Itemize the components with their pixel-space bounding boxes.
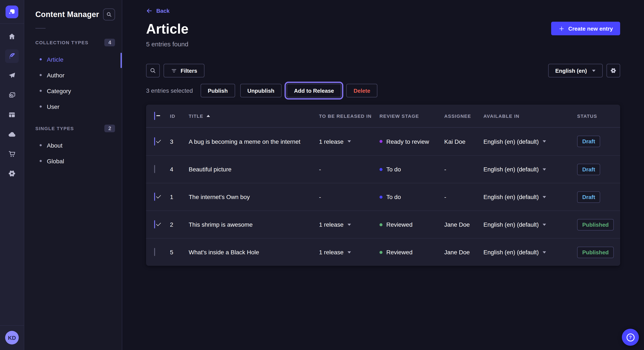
released-value: 1 release: [319, 138, 344, 145]
sidebar-item-label: About: [47, 142, 62, 149]
list-toolbar: Filters English (en): [146, 64, 620, 77]
cell-released-dropdown[interactable]: 1 release: [319, 221, 380, 228]
chevron-down-icon: [543, 251, 546, 253]
available-value: English (en) (default): [484, 193, 539, 200]
cell-available-dropdown[interactable]: English (en) (default): [484, 193, 577, 200]
cell-id: 1: [170, 193, 189, 200]
sidebar-item-about[interactable]: About: [35, 137, 115, 153]
available-value: English (en) (default): [484, 249, 539, 256]
cell-review-stage: Reviewed: [380, 249, 444, 256]
stage-label: Ready to review: [386, 138, 429, 145]
strapi-logo[interactable]: [6, 5, 18, 18]
sidebar-item-article[interactable]: Article: [35, 51, 115, 67]
cell-released-dropdown[interactable]: 1 release: [319, 138, 380, 145]
bullet-icon: [40, 105, 42, 108]
content-manager-icon[interactable]: [5, 49, 19, 63]
chevron-down-icon: [543, 196, 546, 198]
chevron-down-icon: [347, 140, 351, 143]
collection-types-count-badge: 4: [104, 39, 115, 46]
cell-review-stage: To do: [380, 193, 444, 200]
column-header-status: STATUS: [577, 113, 620, 118]
app-root: KD Content Manager COLLECTION TYPES 4 Ar…: [0, 0, 644, 350]
table-row[interactable]: 4 Beautiful picture - To do - English (e…: [146, 155, 620, 183]
search-button[interactable]: [146, 64, 160, 77]
table-row[interactable]: 2 This shrimp is awesome 1 release Revie…: [146, 210, 620, 238]
stage-label: To do: [386, 166, 401, 173]
available-value: English (en) (default): [484, 138, 539, 145]
cell-title: What's inside a Black Hole: [189, 249, 319, 256]
collection-types-section: COLLECTION TYPES 4 Article Author Catego…: [35, 39, 115, 114]
unpublish-button[interactable]: Unpublish: [240, 84, 282, 97]
question-mark-icon: ?: [626, 333, 634, 341]
publish-button[interactable]: Publish: [200, 84, 235, 97]
filters-button[interactable]: Filters: [164, 64, 204, 77]
releases-icon[interactable]: [5, 69, 19, 82]
cell-released: -: [319, 193, 380, 200]
cell-assignee: -: [444, 166, 484, 173]
cell-available-dropdown[interactable]: English (en) (default): [484, 249, 577, 256]
cell-available-dropdown[interactable]: English (en) (default): [484, 138, 577, 145]
main-content: Back Article 5 entries found Create new …: [122, 0, 644, 350]
locale-select[interactable]: English (en): [548, 64, 603, 77]
sidebar-item-author[interactable]: Author: [35, 67, 115, 83]
marketplace-cart-icon[interactable]: [5, 147, 19, 161]
stage-dot: [380, 140, 382, 143]
row-checkbox[interactable]: [154, 220, 155, 228]
create-new-entry-button[interactable]: Create new entry: [551, 22, 620, 35]
settings-gear-icon[interactable]: [5, 167, 19, 180]
filter-icon: [171, 67, 177, 74]
row-checkbox[interactable]: [154, 137, 155, 145]
cell-id: 5: [170, 249, 189, 256]
single-types-label: SINGLE TYPES: [35, 126, 74, 131]
add-to-release-button[interactable]: Add to Release: [287, 84, 341, 97]
column-header-id: ID: [170, 113, 189, 118]
row-checkbox[interactable]: [154, 248, 155, 256]
cell-title: Beautiful picture: [189, 166, 319, 173]
row-checkbox[interactable]: [154, 193, 155, 201]
cell-released: -: [319, 166, 380, 173]
stage-label: To do: [386, 193, 401, 200]
subnav-divider: [35, 28, 46, 28]
stage-dot: [380, 251, 382, 254]
select-all-checkbox[interactable]: [154, 112, 155, 120]
user-avatar[interactable]: KD: [5, 331, 19, 345]
home-icon[interactable]: [5, 30, 19, 43]
available-value: English (en) (default): [484, 221, 539, 228]
sidebar-item-category[interactable]: Category: [35, 83, 115, 99]
back-link[interactable]: Back: [146, 8, 170, 14]
bullet-icon: [40, 90, 42, 92]
table-header-row: ID TITLE TO BE RELEASED IN REVIEW STAGE …: [146, 105, 620, 128]
delete-button[interactable]: Delete: [346, 84, 377, 97]
cell-released-dropdown[interactable]: 1 release: [319, 249, 380, 256]
status-badge: Draft: [577, 136, 600, 147]
subnav-search-button[interactable]: [103, 8, 115, 20]
sidebar-item-global[interactable]: Global: [35, 153, 115, 169]
released-value: 1 release: [319, 221, 344, 228]
selection-count: 3 entries selected: [146, 87, 193, 94]
content-type-builder-icon[interactable]: [5, 108, 19, 122]
column-header-title-label: TITLE: [189, 113, 204, 118]
column-header-title[interactable]: TITLE: [189, 113, 319, 118]
cell-available-dropdown[interactable]: English (en) (default): [484, 166, 577, 173]
row-checkbox[interactable]: [154, 165, 155, 173]
table-row[interactable]: 1 The internet's Own boy - To do - Engli…: [146, 183, 620, 210]
cloud-icon[interactable]: [5, 128, 19, 141]
column-header-stage: REVIEW STAGE: [380, 113, 444, 118]
cell-title: A bug is becoming a meme on the internet: [189, 138, 319, 145]
media-library-icon[interactable]: [5, 88, 19, 102]
cell-title: This shrimp is awesome: [189, 221, 319, 228]
cell-assignee: Jane Doe: [444, 249, 484, 256]
status-badge: Published: [577, 219, 614, 230]
create-new-entry-label: Create new entry: [568, 26, 613, 31]
table-row[interactable]: 3 A bug is becoming a meme on the intern…: [146, 128, 620, 155]
content-manager-subnav: Content Manager COLLECTION TYPES 4 Artic…: [24, 0, 122, 350]
stage-label: Reviewed: [386, 221, 412, 228]
page-title: Article: [146, 22, 188, 36]
table-row[interactable]: 5 What's inside a Black Hole 1 release R…: [146, 238, 620, 266]
column-header-available: AVAILABLE IN: [484, 113, 577, 118]
view-settings-button[interactable]: [606, 64, 620, 77]
cell-available-dropdown[interactable]: English (en) (default): [484, 221, 577, 228]
single-types-section: SINGLE TYPES 2 About Global: [35, 125, 115, 169]
sidebar-item-user[interactable]: User: [35, 99, 115, 114]
help-button[interactable]: ?: [622, 329, 639, 346]
